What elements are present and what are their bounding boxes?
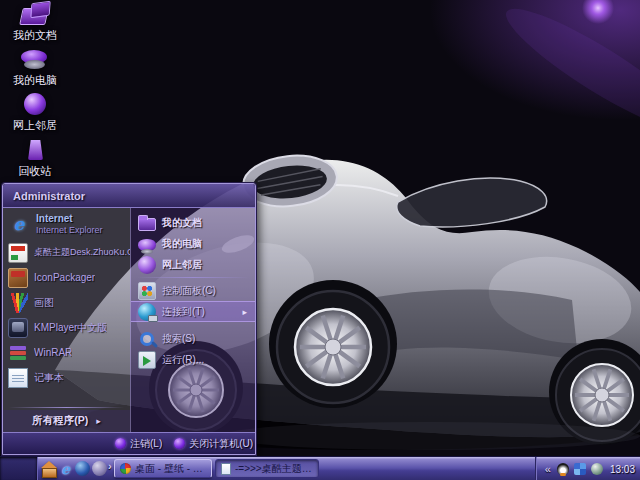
item-label: 我的电脑 [162,237,202,251]
shutdown-icon [174,438,185,449]
desktop-icon-label: 我的文档 [13,28,57,43]
task-button-label: -=>>>桌酷主题 - Wi... [235,462,313,476]
user-name: Administrator [13,190,85,202]
tray-network-icon[interactable] [574,463,586,475]
quicklaunch-browser-globe-icon[interactable] [75,461,90,476]
item-label: 网上邻居 [162,258,202,272]
run-icon [138,351,156,369]
middle-wheel [269,280,397,408]
notepad-icon [8,368,28,388]
network-places-icon [20,92,50,116]
task-button-zhuoku-wallpaper[interactable]: 桌面 - 壁纸 - 桌酷... [114,459,212,478]
startmenu-item-internet-explorer[interactable]: e Internet Internet Explorer [3,208,130,240]
paint-pencils-icon [8,293,28,313]
log-off-label: 注销(L) [130,437,162,451]
item-label: 运行(R)... [162,353,204,367]
task-button-zhuoku-theme-window[interactable]: -=>>>桌酷主题 - Wi... [215,459,319,478]
desktop-icon-label: 我的电脑 [13,73,57,88]
desktop-icon-recycle-bin[interactable]: 回收站 [2,138,68,179]
desktop-icon-label: 回收站 [19,164,52,179]
startmenu-item-iconpackager[interactable]: IconPackager [3,265,130,290]
startmenu-item-zhuoku-theme[interactable]: 桌酷主题Desk.ZhuoKu.Com [3,240,130,265]
start-menu: Administrator e Internet Internet Explor… [2,183,256,455]
home-launcher-icon[interactable] [41,461,57,477]
item-title: 桌酷主题Desk.ZhuoKu.Com [34,246,130,259]
quicklaunch-expand-chevron-icon[interactable]: › [108,460,112,472]
startmenu-item-winrar[interactable]: WinRAR [3,340,130,365]
desktop-icon-my-computer[interactable]: 我的电脑 [2,47,68,88]
startmenu-item-control-panel[interactable]: 控制面板(C) [131,280,255,301]
divider [137,277,249,278]
shutdown-button[interactable]: 关闭计算机(U) [174,437,253,451]
shutdown-label: 关闭计算机(U) [189,437,253,451]
startmenu-item-connect-to[interactable]: 连接到(T) ▸ [131,301,255,322]
item-title: Internet [36,213,103,225]
tray-volume-icon[interactable] [591,463,603,475]
startmenu-item-paint[interactable]: 画图 [3,290,130,315]
submenu-arrow-icon: ▸ [242,307,247,317]
start-menu-body: e Internet Internet Explorer 桌酷主题Desk.Zh… [3,208,255,432]
start-button[interactable] [0,457,38,480]
item-title: KMPlayer中文版 [34,321,107,335]
recycle-bin-icon [20,138,50,162]
computer-icon [138,239,156,251]
startmenu-item-kmplayer[interactable]: KMPlayer中文版 [3,315,130,340]
item-label: 搜索(S) [162,332,195,346]
item-label: 连接到(T) [162,305,205,319]
control-panel-icon [138,282,156,300]
winrar-books-icon [8,343,28,363]
log-off-icon [115,438,126,449]
item-label: 控制面板(C) [162,284,216,298]
log-off-button[interactable]: 注销(L) [115,437,162,451]
item-title: 记事本 [34,371,64,385]
colorful-ball-icon [120,463,131,474]
startmenu-item-run[interactable]: 运行(R)... [131,349,255,370]
tray-collapse-chevron-icon[interactable]: « [545,463,551,475]
item-title: 画图 [34,296,54,310]
item-label: 我的文档 [162,216,202,230]
connect-globe-icon [138,303,156,321]
system-tray: « 13:03 [536,457,640,480]
startmenu-item-my-computer[interactable]: 我的电脑 [131,233,255,254]
tray-qq-penguin-icon[interactable] [557,463,569,475]
startmenu-item-my-documents[interactable]: 我的文档 [131,212,255,233]
my-documents-icon [20,2,50,26]
kmplayer-icon [8,318,28,338]
startmenu-item-search[interactable]: 搜索(S) [131,328,255,349]
internet-explorer-icon: e [8,213,30,235]
item-subtitle: Internet Explorer [36,225,103,235]
iconpackager-box-icon [8,268,28,288]
quicklaunch-internet-explorer-icon[interactable]: e [58,461,73,476]
screen: 我的文档 我的电脑 网上邻居 回收站 Administrator e Inter… [0,0,640,480]
all-programs-button[interactable]: 所有程序(P) ▸ [3,410,130,432]
all-programs-label: 所有程序(P) [32,414,88,428]
taskbar: e › 桌面 - 壁纸 - 桌酷... -=>>>桌酷主题 - Wi... « … [0,456,640,480]
quicklaunch-round-app-icon[interactable] [92,461,107,476]
desktop-icon-label: 网上邻居 [13,118,57,133]
document-page-icon [221,463,231,475]
submenu-arrow-icon: ▸ [96,416,101,426]
start-menu-header: Administrator [3,184,255,208]
divider [9,407,124,408]
folder-icon [138,218,156,231]
start-menu-footer: 注销(L) 关闭计算机(U) [3,432,255,454]
taskbar-clock[interactable]: 13:03 [610,464,635,475]
my-computer-icon [20,47,50,71]
task-button-label: 桌面 - 壁纸 - 桌酷... [135,462,206,476]
globe-icon [138,256,156,274]
start-menu-right-column: 我的文档 我的电脑 网上邻居 控制面板(C) 连接到(T) [131,208,255,432]
desktop-icon-my-documents[interactable]: 我的文档 [2,2,68,43]
item-title: IconPackager [34,272,95,283]
startmenu-item-notepad[interactable]: 记事本 [3,365,130,390]
zhuoku-page-icon [8,243,28,263]
item-title: WinRAR [34,347,72,358]
start-menu-left-column: e Internet Internet Explorer 桌酷主题Desk.Zh… [3,208,131,432]
search-icon [138,330,156,348]
item-label-group: Internet Internet Explorer [36,213,103,235]
desktop-icon-network-places[interactable]: 网上邻居 [2,92,68,133]
startmenu-item-network-places[interactable]: 网上邻居 [131,254,255,275]
